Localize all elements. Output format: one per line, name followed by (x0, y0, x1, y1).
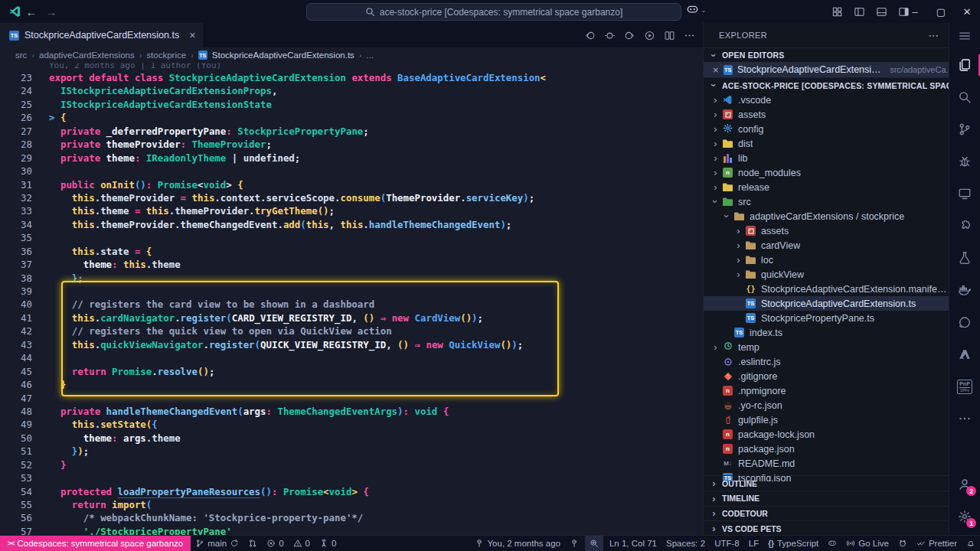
activity-source-control-button[interactable] (949, 113, 980, 145)
code-line-25[interactable]: 25 IStockpriceAdaptiveCardExtensionState (0, 99, 703, 112)
section-timeline[interactable]: ›TIMELINE (704, 491, 950, 506)
code-line-23[interactable]: 23export default class StockpriceAdaptiv… (0, 72, 703, 85)
line-number[interactable]: 52 (0, 459, 32, 472)
line-number[interactable]: 50 (0, 432, 32, 445)
line-number[interactable]: 31 (0, 179, 32, 192)
activity-extensions-button[interactable] (949, 210, 980, 242)
tree-item-package-json[interactable]: npackage.json (704, 442, 950, 456)
line-number[interactable]: 27 (0, 126, 32, 139)
tree-item-lib[interactable]: ›lib (704, 151, 950, 165)
line-number[interactable]: 46 (0, 379, 32, 392)
breadcrumb-file[interactable]: StockpriceAdaptiveCardExtension.ts (212, 51, 354, 60)
section-codetour[interactable]: ›CODETOUR (704, 506, 950, 521)
tree-item-adaptivecardextensions-stockprice[interactable]: ›adaptiveCardExtensions / stockprice (704, 209, 950, 223)
code-line-55[interactable]: 55 return import( (0, 499, 703, 512)
code-line-36[interactable]: 36 this.state = { (0, 246, 703, 259)
activity-docker-button[interactable] (949, 274, 980, 306)
activity-search-button[interactable] (949, 81, 980, 113)
line-number[interactable]: 23 (0, 72, 32, 85)
line-number[interactable]: 24 (0, 85, 32, 98)
activity-settings-button[interactable]: 1 (949, 500, 980, 533)
line-number[interactable]: 33 (0, 205, 32, 218)
activity-explorer-button[interactable] (949, 49, 980, 81)
line-number[interactable]: 55 (0, 499, 32, 512)
line-number[interactable]: 53 (0, 472, 32, 485)
code-line-33[interactable]: 33 this.theme = this.themeProvider.tryGe… (0, 205, 703, 218)
command-center-search[interactable]: ace-stock-price [Codespaces: symmetrical… (306, 3, 681, 21)
tree-item-assets[interactable]: ›assets (704, 107, 950, 122)
line-number[interactable]: 54 (0, 486, 32, 499)
line-number[interactable]: 26 (0, 112, 32, 125)
tree-item-loc[interactable]: ›loc (704, 253, 950, 267)
code-line-51[interactable]: 51 }); (0, 445, 703, 458)
status-errors[interactable]: 0 (262, 536, 288, 551)
code-line-39[interactable]: 39 (0, 285, 703, 298)
line-number[interactable]: 40 (0, 298, 32, 311)
customize-layout-icon[interactable] (831, 6, 843, 18)
breadcrumb-item[interactable]: adaptiveCardExtensions (39, 51, 135, 60)
line-number[interactable]: 56 (0, 512, 32, 525)
nav-forward-icon[interactable] (624, 30, 635, 41)
code-line-29[interactable]: 29 private theme: IReadonlyTheme | undef… (0, 152, 703, 165)
line-number[interactable]: 34 (0, 219, 32, 232)
code-line-34[interactable]: 34 this.themeProvider.themeChangedEvent.… (0, 219, 703, 232)
maximize-button[interactable]: ▢ (928, 6, 954, 18)
code-line-43[interactable]: 43 this.quickViewNavigator.register(QUIC… (0, 339, 703, 352)
status-notifications[interactable] (962, 536, 980, 551)
line-number[interactable]: 39 (0, 285, 32, 298)
code-line-54[interactable]: 54 protected loadPropertyPaneResources()… (0, 486, 703, 499)
code-editor[interactable]: You, 2 months ago | 1 author (You) 23exp… (0, 63, 703, 536)
code-line-27[interactable]: 27 private _deferredPropertyPane: Stockp… (0, 126, 703, 139)
code-line-35[interactable]: 35 (0, 232, 703, 245)
code-line-40[interactable]: 40 // registers the card view to be show… (0, 298, 703, 311)
line-number[interactable]: 30 (0, 165, 32, 178)
tree-item-cardview[interactable]: ›cardView (704, 238, 950, 253)
code-line-31[interactable]: 31 public onInit(): Promise<void> { (0, 179, 703, 192)
activity-run-debug-button[interactable] (949, 145, 980, 178)
status-pets[interactable] (893, 536, 912, 551)
tree-item-package-lock-json[interactable]: npackage-lock.json (704, 427, 950, 442)
minimize-button[interactable]: – (902, 6, 928, 18)
tree-item-dist[interactable]: ›dist (704, 136, 950, 151)
code-line-50[interactable]: 50 theme: args.theme (0, 432, 703, 445)
copilot-menu-button[interactable]: ⌄ (686, 3, 707, 16)
code-line-45[interactable]: 45 return Promise.resolve(); (0, 366, 703, 379)
status-cursor-position[interactable]: Ln 1, Col 71 (605, 536, 662, 551)
line-number[interactable]: 41 (0, 312, 32, 325)
code-line-49[interactable]: 49 this.setState({ (0, 419, 703, 432)
activity-azure-button[interactable] (949, 338, 980, 370)
line-number[interactable]: 51 (0, 445, 32, 458)
tab-stockprice-adaptive-card-extension[interactable]: TS StockpriceAdaptiveCardExtension.ts × (0, 23, 203, 47)
nav-circle-icon[interactable] (604, 30, 616, 41)
status-language[interactable]: {}TypeScript (763, 536, 823, 551)
tree-item-node-modules[interactable]: ›nnode_modules (704, 165, 950, 180)
tree-item-gitignore[interactable]: .gitignore (704, 369, 950, 383)
activity-accounts-button[interactable]: 2 (949, 468, 980, 500)
breadcrumb[interactable]: src› adaptiveCardExtensions› stockprice›… (0, 47, 703, 63)
code-line-30[interactable]: 30 (0, 165, 703, 178)
line-number[interactable]: 49 (0, 419, 32, 432)
code-line-44[interactable]: 44 (0, 352, 703, 365)
line-number[interactable]: 38 (0, 272, 32, 285)
status-prettier[interactable]: Prettier (912, 536, 962, 551)
code-line-41[interactable]: 41 this.cardNavigator.register(CARD_VIEW… (0, 312, 703, 325)
activity-menu-button[interactable] (949, 23, 980, 49)
tree-item-quickview[interactable]: ›quickView (704, 267, 950, 282)
breadcrumb-item[interactable]: src (15, 51, 27, 60)
section-vs-code-pets[interactable]: ›VS CODE PETS (704, 520, 950, 536)
status-pull-request[interactable] (243, 536, 262, 551)
tree-item-yo-rc-json[interactable]: .yo-rc.json (704, 398, 950, 412)
line-number[interactable]: 35 (0, 232, 32, 245)
split-editor-icon[interactable] (664, 30, 675, 41)
history-forward-arrow[interactable]: → (41, 5, 61, 18)
status-warnings[interactable]: 0 (289, 536, 315, 551)
breadcrumb-more[interactable]: ... (367, 51, 374, 60)
status-eol[interactable]: LF (744, 536, 763, 551)
close-icon[interactable]: × (189, 29, 195, 41)
activity-pnp-spfx-button[interactable]: PnPSPFx (949, 370, 980, 403)
code-line-28[interactable]: 28 private themeProvider: ThemeProvider; (0, 139, 703, 152)
tree-item-eslintrc-js[interactable]: .eslintrc.js (704, 354, 950, 369)
tree-item-release[interactable]: ›release (704, 180, 950, 194)
breadcrumb-item[interactable]: stockprice (146, 51, 186, 60)
toggle-panel-bottom-icon[interactable] (876, 6, 887, 18)
